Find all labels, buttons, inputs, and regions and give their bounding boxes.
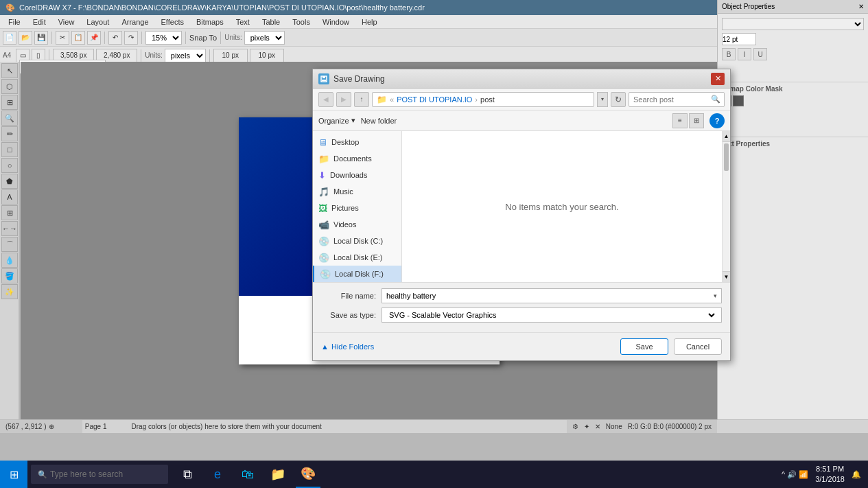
connector-tool[interactable]: ⌒ (1, 237, 18, 252)
bold-btn[interactable]: B (722, 48, 736, 60)
dialog-title: Save Drawing (333, 74, 707, 84)
text-tool[interactable]: A (1, 189, 18, 205)
breadcrumb-root[interactable]: POST DI UTOPIAN.IO (397, 95, 472, 104)
menu-arrange[interactable]: Arrange (116, 16, 154, 27)
underline-btn[interactable]: U (753, 48, 767, 60)
folder-music[interactable]: 🎵 Music (313, 183, 401, 200)
menu-text[interactable]: Text (231, 16, 255, 27)
interactive-tool[interactable]: ✨ (1, 284, 18, 299)
save-action-button[interactable]: Save (620, 338, 668, 355)
folder-local-f[interactable]: 💿 Local Disk (F:) (313, 266, 401, 282)
folder-panel: 🖥 Desktop 📁 Documents ⬇ Downloads 🎵 Musi… (313, 131, 402, 282)
filename-input[interactable] (386, 292, 703, 300)
filename-dropdown-arrow[interactable]: ▾ (714, 292, 717, 299)
folder-desktop[interactable]: 🖥 Desktop (313, 134, 401, 150)
open-button[interactable]: 📂 (19, 31, 32, 45)
folder-documents[interactable]: 📁 Documents (313, 150, 401, 167)
folder-pictures[interactable]: 🖼 Pictures (313, 200, 401, 216)
italic-btn[interactable]: I (738, 48, 751, 60)
cut-button[interactable]: ✂ (56, 31, 69, 45)
undo-button[interactable]: ↶ (108, 31, 122, 45)
menu-layout[interactable]: Layout (81, 16, 115, 27)
paste-button[interactable]: 📌 (87, 31, 101, 45)
eyedropper-tool[interactable]: 💧 (1, 253, 18, 268)
dimension-tool[interactable]: ←→ (1, 221, 18, 236)
notification-icon[interactable]: 🔔 (852, 470, 861, 479)
scroll-top-button[interactable]: ▲ (723, 131, 730, 142)
taskbar-task-view[interactable]: ⧉ (175, 461, 200, 488)
search-input[interactable] (629, 95, 708, 104)
taskbar-time-value: 8:51 PM (815, 464, 845, 474)
search-icon[interactable]: 🔍 (708, 92, 723, 107)
right-panel-close[interactable]: ✕ (858, 3, 864, 10)
savetype-select[interactable]: SVG - Scalable Vector Graphics (386, 308, 717, 322)
folder-local-c[interactable]: 💿 Local Disk (C:) (313, 233, 401, 249)
organize-button[interactable]: Organize ▾ (318, 116, 355, 125)
nav-forward-button[interactable]: ▶ (336, 92, 351, 107)
step-value1[interactable]: 10 px (213, 49, 248, 62)
refresh-button[interactable]: ↻ (611, 92, 626, 107)
menu-bitmaps[interactable]: Bitmaps (191, 16, 229, 27)
redo-button[interactable]: ↷ (124, 31, 138, 45)
menu-effects[interactable]: Effects (156, 16, 189, 27)
scroll-track (723, 142, 730, 271)
menu-help[interactable]: Help (356, 16, 383, 27)
taskbar-search-input[interactable] (50, 469, 153, 479)
scroll-thumb[interactable] (724, 143, 729, 171)
crop-tool[interactable]: ⊞ (1, 95, 18, 110)
scroll-bottom-button[interactable]: ▼ (723, 271, 730, 282)
folder-documents-label: Documents (333, 154, 372, 163)
font-family-select[interactable] (722, 18, 864, 30)
coords-icon[interactable]: ⊕ (49, 423, 54, 430)
taskbar-store-icon[interactable]: 🛍 (235, 461, 260, 488)
zoom-select[interactable]: 15% (145, 31, 182, 45)
view-list-button[interactable]: ≡ (672, 113, 688, 128)
folder-local-e-label: Local Disk (E:) (333, 253, 383, 262)
start-button[interactable]: ⊞ (0, 461, 27, 488)
page-name: Page 1 (85, 423, 107, 430)
new-button[interactable]: 📄 (3, 31, 16, 45)
font-size-input[interactable] (722, 33, 756, 45)
folder-local-e[interactable]: 💿 Local Disk (E:) (313, 249, 401, 266)
rect-tool[interactable]: □ (1, 142, 18, 157)
menu-tools[interactable]: Tools (287, 16, 316, 27)
color-gray[interactable] (733, 95, 744, 106)
new-folder-button[interactable]: New folder (361, 117, 397, 125)
menu-window[interactable]: Window (317, 16, 355, 27)
ellipse-tool[interactable]: ○ (1, 158, 18, 173)
menu-edit[interactable]: Edit (27, 16, 51, 27)
breadcrumb-dropdown-button[interactable]: ▾ (597, 92, 608, 107)
nav-back-button[interactable]: ◀ (318, 92, 333, 107)
tools-panel: ↖ ⬡ ⊞ 🔍 ✏ □ ○ ⬟ A ⊞ ←→ ⌒ 💧 🪣 ✨ (0, 62, 19, 419)
menu-view[interactable]: View (53, 16, 80, 27)
folder-pictures-label: Pictures (331, 204, 359, 212)
units-select[interactable]: pixels (244, 31, 285, 45)
fill-tool[interactable]: 🪣 (1, 268, 18, 283)
select-tool[interactable]: ↖ (1, 63, 18, 78)
step-value2[interactable]: 10 px (250, 49, 284, 62)
taskbar-edge-icon[interactable]: e (205, 461, 230, 488)
help-button[interactable]: ? (709, 113, 725, 128)
copy-button[interactable]: 📋 (71, 31, 85, 45)
hide-folders-button[interactable]: ▲ Hide Folders (321, 338, 374, 355)
menu-table[interactable]: Table (257, 16, 285, 27)
cancel-action-button[interactable]: Cancel (674, 338, 722, 355)
folder-videos[interactable]: 📹 Videos (313, 216, 401, 233)
menu-file[interactable]: File (3, 16, 26, 27)
toolbar-separator-5 (220, 32, 221, 44)
view-details-button[interactable]: ⊞ (689, 113, 704, 128)
units-select2[interactable]: pixels (165, 49, 206, 62)
save-button[interactable]: 💾 (34, 31, 48, 45)
shape-tool[interactable]: ⬡ (1, 79, 18, 94)
taskbar-search-box[interactable]: 🔍 (31, 465, 168, 484)
polygon-tool[interactable]: ⬟ (1, 174, 18, 189)
organize-label: Organize (318, 117, 349, 125)
nav-up-button[interactable]: ↑ (354, 92, 369, 107)
zoom-tool[interactable]: 🔍 (1, 111, 18, 126)
freehand-tool[interactable]: ✏ (1, 126, 18, 141)
table-tool[interactable]: ⊞ (1, 205, 18, 220)
dialog-close-button[interactable]: ✕ (711, 73, 725, 85)
folder-downloads[interactable]: ⬇ Downloads (313, 167, 401, 183)
taskbar-coreldraw-icon[interactable]: 🎨 (296, 461, 320, 488)
taskbar-explorer-icon[interactable]: 📁 (266, 461, 290, 488)
